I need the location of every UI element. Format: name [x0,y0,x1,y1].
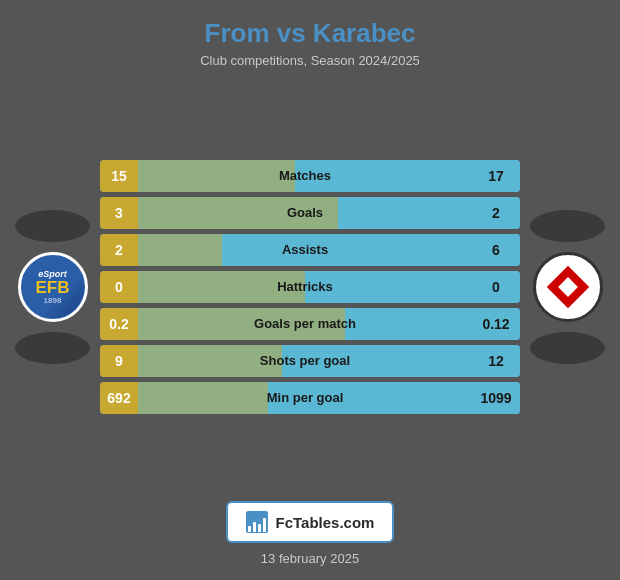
footer-date: 13 february 2025 [261,551,359,566]
stat-bar-5: Shots per goal [138,345,472,377]
right-oval-badge [530,210,605,242]
stat-left-4: 0.2 [100,308,138,340]
stat-label-5: Shots per goal [260,353,350,368]
stat-row: 692Min per goal1099 [100,382,520,414]
stat-left-0: 15 [100,160,138,192]
stat-bar-6: Min per goal [138,382,472,414]
bar3 [258,524,261,532]
diamond-inner [558,277,578,297]
stat-label-4: Goals per match [254,316,356,331]
fctables-banner: FcTables.com [226,501,395,543]
stat-fill-6 [138,382,268,414]
stat-row: 15Matches17 [100,160,520,192]
stat-left-2: 2 [100,234,138,266]
match-title: From vs Karabec [10,18,610,49]
stat-label-2: Assists [282,242,328,257]
right-oval-badge-2 [530,332,605,364]
stat-right-6: 1099 [472,382,520,414]
header: From vs Karabec Club competitions, Seaso… [0,0,620,74]
stat-row: 9Shots per goal12 [100,345,520,377]
stat-right-5: 12 [472,345,520,377]
right-club-logo [533,252,603,322]
stats-container: 15Matches173Goals22Assists60Hattricks00.… [95,160,525,414]
stat-bar-4: Goals per match [138,308,472,340]
bar4 [263,518,266,532]
efb-bottom-text: 1898 [44,296,62,305]
left-club-logo: eSport EFB 1898 [18,252,88,322]
stat-row: 2Assists6 [100,234,520,266]
stat-left-5: 9 [100,345,138,377]
right-club-area [525,210,610,364]
page-container: From vs Karabec Club competitions, Seaso… [0,0,620,580]
stat-row: 0Hattricks0 [100,271,520,303]
main-content: eSport EFB 1898 15Matches173Goals22Assis… [0,74,620,489]
stat-bar-0: Matches [138,160,472,192]
efb-top-text: eSport [38,269,67,279]
stat-left-6: 692 [100,382,138,414]
left-club-area: eSport EFB 1898 [10,210,95,364]
stat-label-3: Hattricks [277,279,333,294]
bar1 [248,526,251,532]
stat-right-1: 2 [472,197,520,229]
stat-label-6: Min per goal [267,390,344,405]
stat-label-0: Matches [279,168,331,183]
stat-right-2: 6 [472,234,520,266]
stat-fill-2 [138,234,222,266]
stat-bar-3: Hattricks [138,271,472,303]
stat-right-4: 0.12 [472,308,520,340]
stat-bar-1: Goals [138,197,472,229]
stat-row: 3Goals2 [100,197,520,229]
diamond-shape [546,265,588,307]
stat-bar-2: Assists [138,234,472,266]
left-oval-badge-2 [15,332,90,364]
efb-main-text: EFB [36,279,70,296]
match-subtitle: Club competitions, Season 2024/2025 [10,53,610,68]
left-oval-badge [15,210,90,242]
stat-fill-0 [138,160,295,192]
fctables-label: FcTables.com [276,514,375,531]
stat-label-1: Goals [287,205,323,220]
stat-row: 0.2Goals per match0.12 [100,308,520,340]
stat-right-0: 17 [472,160,520,192]
stat-left-1: 3 [100,197,138,229]
stat-left-3: 0 [100,271,138,303]
fctables-icon [246,511,268,533]
bar2 [253,522,256,532]
stat-right-3: 0 [472,271,520,303]
